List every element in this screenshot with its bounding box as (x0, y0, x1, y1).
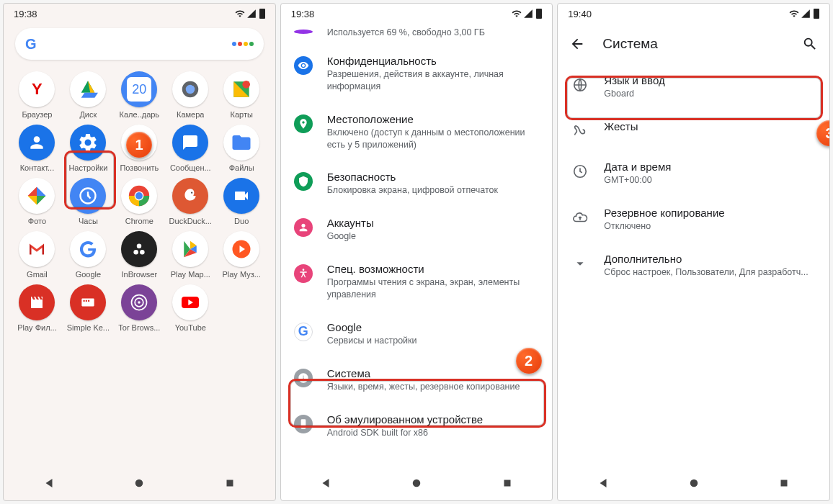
svg-point-7 (135, 192, 143, 199)
inbrowser-icon (121, 231, 157, 267)
settings-item-location[interactable]: МестоположениеВключено (доступ к данным … (281, 103, 553, 161)
app-disk[interactable]: Диск (63, 71, 113, 119)
settings-item-title: Аккаунты (327, 217, 540, 229)
settings-item-sub: Android SDK built for x86 (327, 427, 540, 439)
app-movies[interactable]: Play Фил... (12, 284, 62, 332)
recent-button[interactable] (223, 477, 236, 490)
app-clock[interactable]: Часы (63, 178, 113, 225)
app-label: Диск (79, 110, 97, 119)
back-button[interactable] (597, 477, 610, 490)
wifi-icon (789, 9, 799, 19)
app-label: Браузер (22, 110, 52, 119)
app-label: Контакт... (20, 163, 55, 172)
app-grid: YБраузерДиск20Кале..дарьКамераКартыКонта… (4, 67, 275, 466)
language-icon (571, 76, 589, 94)
svg-rect-14 (84, 300, 85, 302)
settings-item-security[interactable]: БезопасностьБлокировка экрана, цифровой … (281, 161, 553, 207)
app-maps[interactable]: Карты (217, 71, 267, 119)
settings-item-sub: Разрешения, действия в аккаунте, личная … (327, 68, 540, 93)
back-arrow-icon[interactable] (569, 36, 585, 52)
app-calendar[interactable]: 20Кале..дарь (115, 71, 164, 119)
home-button[interactable] (133, 477, 146, 490)
playmarket-icon (172, 231, 208, 267)
app-label: Tor Brows... (118, 323, 160, 332)
app-duo[interactable]: Duo (217, 178, 267, 225)
app-playmarket[interactable]: Play Мар... (166, 231, 215, 279)
system-item-datetime[interactable]: Дата и времяGMT+00:00 (558, 150, 829, 197)
assistant-icon[interactable] (232, 42, 254, 46)
clock-icon (70, 178, 106, 214)
app-label: Кале..дарь (120, 110, 160, 119)
status-icons (789, 9, 819, 19)
nav-bar (281, 466, 553, 500)
svg-point-29 (690, 480, 698, 487)
app-contacts[interactable]: Контакт... (12, 125, 62, 172)
recent-button[interactable] (501, 477, 514, 490)
app-label: Gmail (27, 270, 48, 279)
app-google[interactable]: Google (63, 231, 113, 279)
privacy-icon (294, 56, 313, 75)
datetime-icon (571, 162, 589, 181)
system-item-sub: Gboard (604, 88, 816, 100)
google-logo: G (25, 36, 37, 53)
search-icon[interactable] (802, 36, 818, 52)
gestures-icon (571, 122, 589, 140)
app-playmusic[interactable]: Play Муз... (217, 231, 267, 279)
back-button[interactable] (43, 477, 55, 490)
nav-bar (558, 466, 829, 500)
home-button[interactable] (410, 477, 423, 490)
settings-item-accessibility[interactable]: Спец. возможностиПрограммы чтения с экра… (281, 253, 553, 311)
gmail-icon (19, 231, 55, 267)
status-time: 19:38 (14, 9, 37, 19)
app-duckduckgo[interactable]: DuckDuck... (166, 178, 215, 225)
app-tor[interactable]: Tor Brows... (115, 284, 164, 332)
back-button[interactable] (319, 477, 332, 490)
system-item-sub: Отключено (604, 220, 816, 233)
system-item-gestures[interactable]: Жесты (558, 110, 829, 150)
home-button[interactable] (687, 477, 700, 490)
settings-item-sub: Программы чтения с экрана, экран, элемен… (327, 276, 540, 301)
recent-button[interactable] (778, 477, 790, 490)
app-messages[interactable]: Сообщен... (166, 125, 215, 172)
settings-list[interactable]: Используется 69 %, свободно 3,00 ГБ Конф… (281, 24, 553, 466)
toolbar-title: Система (602, 36, 658, 52)
system-item-advanced[interactable]: ДополнительноСброс настроек, Пользовател… (558, 243, 829, 289)
duckduckgo-icon (172, 178, 208, 214)
settings-item-sub: Используется 69 %, свободно 3,00 ГБ (327, 27, 540, 39)
wifi-icon (235, 9, 245, 19)
status-bar: 19:40 (558, 4, 829, 24)
svg-point-8 (191, 192, 192, 194)
settings-item-accounts[interactable]: АккаунтыGoogle (281, 207, 553, 253)
app-label: Play Фил... (17, 323, 57, 332)
settings-item-privacy[interactable]: КонфиденциальностьРазрешения, действия в… (281, 45, 553, 103)
search-bar[interactable]: G (15, 28, 264, 60)
system-item-language[interactable]: Язык и вводGboard (558, 64, 829, 110)
google-icon (70, 231, 106, 267)
status-time: 19:38 (291, 9, 315, 19)
system-item-backup[interactable]: Резервное копированиеОтключено (558, 197, 829, 243)
system-icon (294, 369, 313, 387)
app-camera[interactable]: Камера (166, 71, 215, 119)
system-list[interactable]: Язык и вводGboardЖестыДата и времяGMT+00… (558, 64, 829, 466)
settings-item-storage-partial[interactable]: Используется 69 %, свободно 3,00 ГБ (281, 24, 553, 45)
status-bar: 19:38 (4, 4, 275, 24)
wifi-icon (512, 9, 522, 19)
app-inbrowser[interactable]: InBrowser (115, 231, 164, 279)
app-gmail[interactable]: Gmail (12, 231, 62, 279)
settings-item-system[interactable]: СистемаЯзыки, время, жесты, резервное ко… (281, 357, 553, 403)
settings-item-sub: Google (327, 230, 540, 243)
accessibility-icon (294, 264, 313, 283)
app-keyboard[interactable]: Simple Ke... (63, 284, 113, 332)
settings-item-about[interactable]: Об эмулированном устройствеAndroid SDK b… (281, 403, 553, 449)
svg-rect-24 (300, 419, 306, 428)
settings-item-google[interactable]: GGoogleСервисы и настройки (281, 311, 553, 357)
app-photos[interactable]: Фото (12, 178, 62, 225)
settings-item-title: Конфиденциальность (327, 55, 540, 67)
app-label: Duo (234, 217, 249, 225)
app-files[interactable]: Файлы (217, 125, 267, 172)
app-yandex[interactable]: YБраузер (12, 71, 62, 119)
app-chrome[interactable]: Chrome (115, 178, 164, 225)
app-settings[interactable]: Настройки (63, 125, 113, 172)
app-youtube[interactable]: YouTube (166, 284, 215, 332)
battery-icon (536, 9, 542, 19)
